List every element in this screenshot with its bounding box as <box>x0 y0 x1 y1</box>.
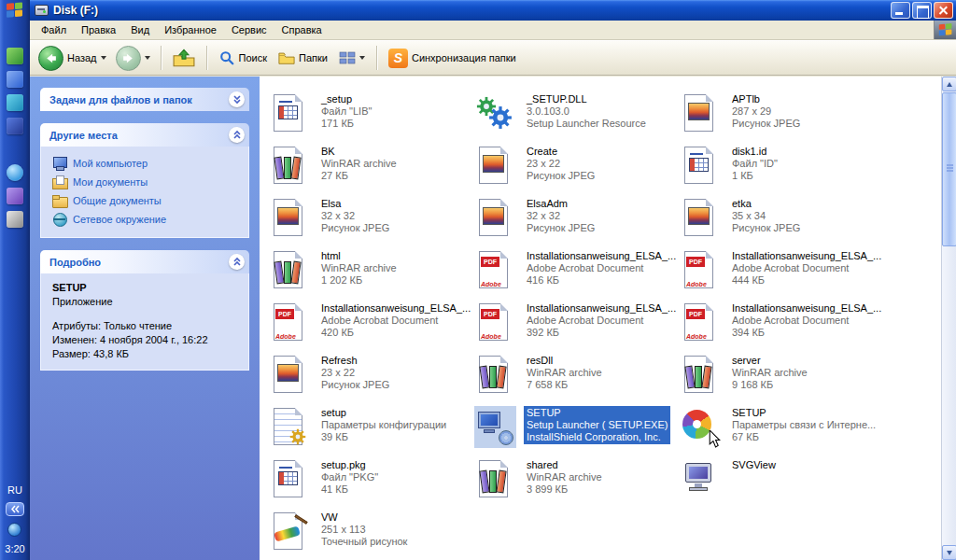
close-button[interactable] <box>934 2 953 19</box>
file-tile[interactable]: setupПараметры конфигурации39 КБ <box>269 406 474 458</box>
menu-item[interactable]: Сервис <box>224 21 274 38</box>
sidebar-item-my-documents[interactable]: Мои документы <box>52 173 239 191</box>
file-tile[interactable]: APTlb287 x 29Рисунок JPEG <box>680 92 885 145</box>
search-button[interactable]: Поиск <box>215 49 271 67</box>
file-name: shared <box>527 459 602 471</box>
file-tile[interactable]: Create23 x 22Рисунок JPEG <box>474 145 680 197</box>
rar-file-icon <box>680 354 722 396</box>
file-name: BK <box>321 146 397 158</box>
quick-launch-icon[interactable] <box>7 48 23 64</box>
minimize-button[interactable] <box>891 2 910 19</box>
task-pane-section-header[interactable]: Задачи для файлов и папок <box>40 88 249 111</box>
vertical-scrollbar[interactable] <box>941 77 956 560</box>
windows-start-icon[interactable] <box>7 2 23 19</box>
file-tile[interactable]: PDFAdobeInstallationsanweisung_ELSA_...A… <box>680 249 885 301</box>
file-detail: 67 КБ <box>732 431 876 443</box>
file-list-area[interactable]: _setupФайл "LIB"171 КБ_SETUP.DLL3.0.103.… <box>260 77 941 560</box>
chevron-double-up-icon[interactable] <box>229 127 245 143</box>
file-tile[interactable]: sharedWinRAR archive3 899 КБ <box>474 458 680 511</box>
tray-icon[interactable] <box>7 523 21 537</box>
details-panel: SETUPПриложениеАтрибуты: Только чтениеИз… <box>52 281 239 361</box>
chevron-down-icon[interactable] <box>101 56 106 60</box>
file-tile[interactable]: SVGView <box>680 458 885 511</box>
file-name: html <box>321 250 397 262</box>
rar-file-icon <box>269 249 311 291</box>
chevron-double-up-icon[interactable] <box>229 254 245 270</box>
scrollbar-thumb[interactable] <box>942 92 956 246</box>
task-pane-section-header[interactable]: Другие места <box>40 123 249 147</box>
rar-file-icon <box>474 354 516 396</box>
hide-tray-icons-button[interactable] <box>6 502 24 516</box>
quick-launch-icon[interactable] <box>7 71 23 88</box>
jpeg-file-icon <box>680 92 722 134</box>
quick-launch-icon[interactable] <box>7 211 23 228</box>
scroll-down-button[interactable] <box>942 545 956 560</box>
file-name: _SETUP.DLL <box>527 93 646 105</box>
file-tile-text: etka35 x 34Рисунок JPEG <box>729 197 803 235</box>
up-folder-button[interactable] <box>169 47 199 69</box>
chevron-left-icon <box>10 505 20 513</box>
internet-explorer-icon[interactable] <box>7 164 23 181</box>
file-detail: 7 658 КБ <box>527 379 602 391</box>
rar-file-icon <box>269 145 311 187</box>
back-button[interactable]: Назад <box>35 44 109 73</box>
bitmap-file-icon <box>269 511 311 553</box>
menu-bar: ФайлПравкаВидИзбранноеСервисСправка <box>30 21 956 40</box>
file-tile[interactable]: Refresh23 x 22Рисунок JPEG <box>269 354 474 406</box>
language-indicator[interactable]: RU <box>7 484 22 496</box>
sidebar-item-my-computer[interactable]: Мой компьютер <box>52 154 239 173</box>
file-tile[interactable]: PDFAdobeInstallationsanweisung_ELSA_...A… <box>680 301 885 354</box>
file-tile-text: serverWinRAR archive9 168 КБ <box>729 354 810 392</box>
search-label: Поиск <box>239 52 267 63</box>
menu-item[interactable]: Избранное <box>157 21 224 38</box>
file-tile[interactable]: PDFAdobeInstallationsanweisung_ELSA_...A… <box>474 301 680 354</box>
file-name: Create <box>527 146 595 158</box>
file-tile[interactable]: _SETUP.DLL3.0.103.0Setup Launcher Resour… <box>474 92 680 145</box>
file-detail: WinRAR archive <box>527 367 602 379</box>
file-tile-selected[interactable]: SETUPSetup Launcher ( SETUP.EXE)InstallS… <box>474 406 680 458</box>
search-icon <box>218 50 235 65</box>
maximize-button[interactable] <box>912 2 932 19</box>
file-tile[interactable]: Elsa32 x 32Рисунок JPEG <box>269 197 474 249</box>
file-tile[interactable]: VW251 x 113Точечный рисунок <box>269 511 474 560</box>
menu-item[interactable]: Правка <box>74 21 123 38</box>
file-detail: 3 899 КБ <box>527 483 602 496</box>
forward-button[interactable] <box>113 44 153 73</box>
file-name: SETUP <box>732 407 876 419</box>
chevron-double-down-icon[interactable] <box>229 91 245 107</box>
forward-arrow-icon <box>116 46 141 71</box>
file-detail: 1 202 КБ <box>321 274 397 287</box>
scroll-up-button[interactable] <box>942 77 956 91</box>
file-tile[interactable]: htmlWinRAR archive1 202 КБ <box>269 249 474 301</box>
file-tile[interactable]: SETUPПараметры связи с Интерне...67 КБ <box>680 406 885 458</box>
chevron-down-icon[interactable] <box>359 56 365 60</box>
file-tile[interactable]: serverWinRAR archive9 168 КБ <box>680 354 885 406</box>
chevron-down-icon[interactable] <box>145 56 150 60</box>
quick-launch-icon[interactable] <box>7 118 23 134</box>
menu-item[interactable]: Вид <box>123 21 157 38</box>
file-tile[interactable]: PDFAdobeInstallationsanweisung_ELSA_...A… <box>269 301 474 354</box>
file-tile[interactable]: etka35 x 34Рисунок JPEG <box>680 197 885 249</box>
menu-item[interactable]: Файл <box>34 21 74 38</box>
file-tile[interactable]: setup.pkgФайл "PKG"41 КБ <box>269 458 474 511</box>
sidebar-item-network-places[interactable]: Сетевое окружение <box>52 210 239 229</box>
quick-launch-icon[interactable] <box>7 188 23 204</box>
file-tile-text: SETUPSetup Launcher ( SETUP.EXE)InstallS… <box>524 406 670 444</box>
file-detail: 3.0.103.0 <box>527 105 646 118</box>
sidebar-item-shared-documents[interactable]: Общие документы <box>52 191 239 210</box>
file-tile[interactable]: disk1.idФайл "ID"1 КБ <box>680 145 885 197</box>
task-pane-section-header[interactable]: Подробно <box>40 250 249 273</box>
folders-button[interactable]: Папки <box>274 49 331 67</box>
file-tile[interactable]: BKWinRAR archive27 КБ <box>269 145 474 197</box>
file-tile-text: setup.pkgФайл "PKG"41 КБ <box>318 458 381 497</box>
quick-launch-icon[interactable] <box>7 94 23 111</box>
file-tile[interactable]: _setupФайл "LIB"171 КБ <box>269 92 474 145</box>
folder-sync-button[interactable]: S Синхронизация папки <box>385 47 520 70</box>
file-detail: Adobe Acrobat Document <box>732 262 881 274</box>
file-tile[interactable]: resDllWinRAR archive7 658 КБ <box>474 354 680 406</box>
menu-item[interactable]: Справка <box>274 21 330 38</box>
views-button[interactable] <box>335 49 369 67</box>
file-tile[interactable]: PDFAdobeInstallationsanweisung_ELSA_...A… <box>474 249 680 301</box>
file-detail: 1 КБ <box>732 170 778 182</box>
file-tile[interactable]: ElsaAdm32 x 32Рисунок JPEG <box>474 197 680 249</box>
